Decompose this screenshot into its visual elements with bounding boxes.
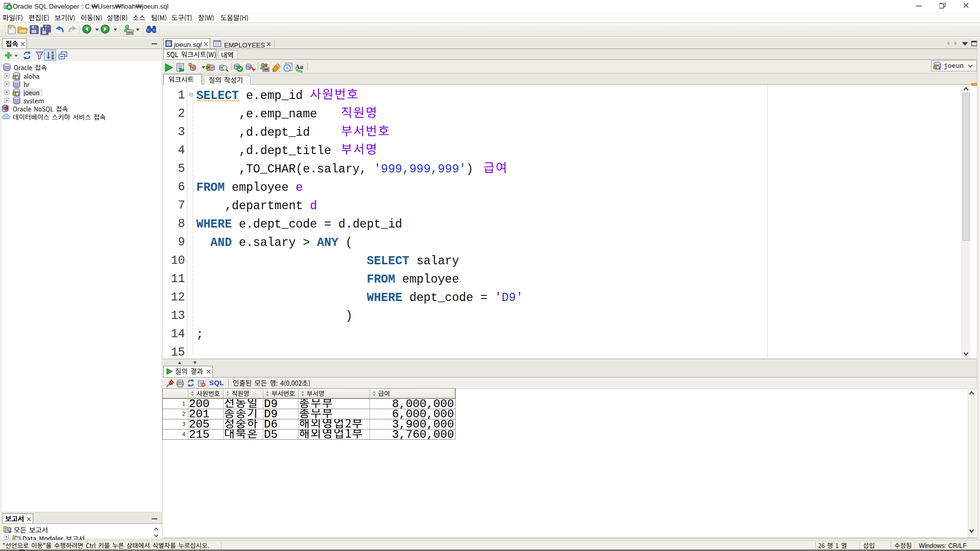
svg-text:SQL: SQL xyxy=(128,31,133,34)
svg-text:Aa: Aa xyxy=(295,63,303,70)
svg-text:SQL: SQL xyxy=(264,69,268,71)
